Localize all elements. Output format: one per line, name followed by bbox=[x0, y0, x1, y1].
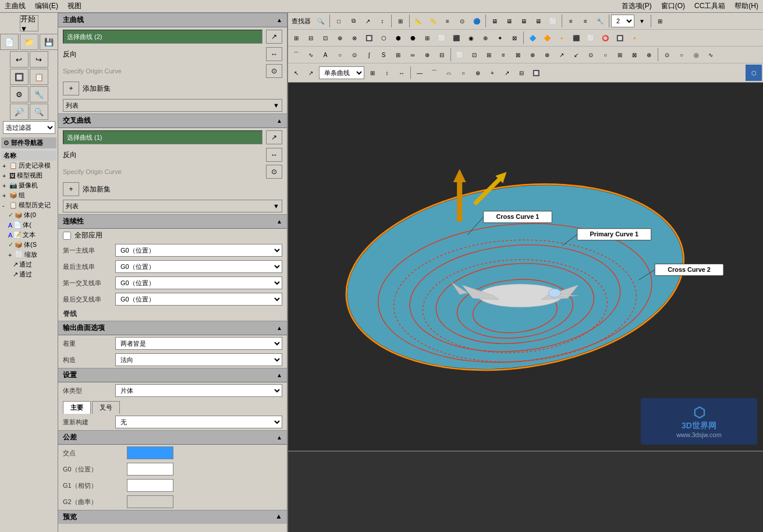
tb2-btn-19[interactable]: 🔸 bbox=[555, 31, 569, 45]
tb3-btn-18[interactable]: ⊗ bbox=[540, 48, 554, 62]
menu-edit[interactable]: 编辑(E) bbox=[33, 0, 61, 12]
tb3-btn-25[interactable]: ⊕ bbox=[642, 48, 656, 62]
output-section-header[interactable]: 输出曲面选项 ▲ bbox=[58, 321, 287, 335]
preview-section-header[interactable]: 预览 ▲ bbox=[58, 510, 287, 524]
tb4-btn-5[interactable]: ↔ bbox=[395, 66, 409, 80]
tree-item-model-view[interactable]: +🖼模型视图 bbox=[1, 171, 56, 180]
continuity-section-header[interactable]: 连续性 ▲ bbox=[58, 214, 287, 229]
rebuild-select[interactable]: 无 均匀 高级 bbox=[115, 416, 282, 428]
tb3-btn-16[interactable]: ⊠ bbox=[511, 48, 525, 62]
tb3-btn-13[interactable]: ⊡ bbox=[467, 48, 481, 62]
tb4-btn-11[interactable]: + bbox=[485, 66, 499, 80]
tb3-btn-17[interactable]: ⊕ bbox=[526, 48, 540, 62]
tb2-btn-10[interactable]: ⊞ bbox=[420, 31, 434, 45]
tab-primary[interactable]: 主要 bbox=[63, 401, 91, 414]
tb-btn-19[interactable]: ▼ bbox=[635, 14, 649, 28]
tb-btn-10[interactable]: 🔵 bbox=[470, 14, 484, 28]
main-curve-arrow[interactable]: ▲ bbox=[276, 17, 282, 23]
tb3-btn-14[interactable]: ⊞ bbox=[482, 48, 496, 62]
tool-btn-7[interactable]: 📋 bbox=[30, 69, 48, 85]
menu-cc-tools[interactable]: CC工具箱 bbox=[692, 0, 727, 12]
g0-input[interactable]: 0.0254 bbox=[127, 463, 173, 476]
tb2-btn-6[interactable]: 🔲 bbox=[362, 31, 376, 45]
curve-type-select[interactable]: 单条曲线 bbox=[319, 66, 364, 79]
settings-arrow[interactable]: ▲ bbox=[276, 372, 282, 378]
tool-btn-8[interactable]: ⚙ bbox=[10, 86, 29, 102]
tb3-btn-22[interactable]: ○ bbox=[598, 48, 612, 62]
first-cross-select[interactable]: G0（位置） bbox=[115, 276, 282, 289]
tb4-btn-12[interactable]: ↗ bbox=[500, 66, 514, 80]
main-curve-select-box[interactable]: 选择曲线 (2) bbox=[63, 30, 262, 44]
tb-btn-3[interactable]: ↗ bbox=[361, 14, 375, 28]
tb4-btn-8[interactable]: ⌓ bbox=[442, 66, 456, 80]
cross-curve-section-header[interactable]: 交叉曲线 ▲ bbox=[58, 114, 287, 128]
tb-btn-17[interactable]: ≡ bbox=[579, 14, 592, 28]
tb3-btn-12[interactable]: ⬜ bbox=[453, 48, 467, 62]
g1-input[interactable]: 0.5000 bbox=[127, 479, 173, 492]
tb-btn-11[interactable]: 🖥 bbox=[488, 14, 502, 28]
zoom-select[interactable]: 2 bbox=[611, 15, 634, 27]
cross-curve-select-btn[interactable]: ↗ bbox=[266, 130, 282, 144]
tb2-btn-15[interactable]: ✦ bbox=[493, 31, 507, 45]
tree-item-body2[interactable]: A📄体( bbox=[1, 220, 56, 230]
construction-select[interactable]: 法向 bbox=[115, 353, 282, 366]
viewport-canvas[interactable]: Cross Curve 1 Primary Curve 1 Cross Curv… bbox=[288, 83, 763, 451]
tree-item-model-history[interactable]: -📋模型历史记 bbox=[1, 200, 56, 210]
cross-curve-list-select[interactable]: 列表 ▼ bbox=[63, 200, 282, 212]
tool-btn-5[interactable]: ↪ bbox=[30, 51, 48, 68]
tb4-btn-3[interactable]: ⊞ bbox=[365, 66, 379, 80]
preview-arrow[interactable]: ▲ bbox=[275, 512, 282, 522]
tb3-btn-24[interactable]: ⊠ bbox=[627, 48, 641, 62]
tb3-btn-2[interactable]: ∿ bbox=[304, 48, 318, 62]
tolerance-arrow[interactable]: ▲ bbox=[276, 434, 282, 441]
tb2-btn-2[interactable]: ⊟ bbox=[304, 31, 318, 45]
tb2-btn-21[interactable]: ⬜ bbox=[584, 31, 598, 45]
menu-preferences[interactable]: 首选项(P) bbox=[619, 0, 654, 12]
tb2-btn-23[interactable]: 🔲 bbox=[613, 31, 627, 45]
cross-curve-select-box[interactable]: 选择曲线 (1) bbox=[63, 130, 262, 144]
tb2-btn-1[interactable]: ⊞ bbox=[289, 31, 303, 45]
tb2-btn-4[interactable]: ⊕ bbox=[333, 31, 347, 45]
tb-grid-btn[interactable]: ⊞ bbox=[653, 14, 667, 28]
tb4-btn-6[interactable]: — bbox=[413, 66, 427, 80]
main-curve-list-select[interactable]: 列表 ▼ bbox=[63, 99, 282, 112]
menu-main-curve[interactable]: 主曲线 bbox=[2, 0, 28, 12]
tool-btn-3[interactable]: 💾 bbox=[40, 34, 58, 50]
menu-help[interactable]: 帮助(H) bbox=[732, 0, 761, 12]
tree-item-through1[interactable]: ↗通过 bbox=[1, 260, 56, 269]
tb3-btn-4[interactable]: ○ bbox=[333, 48, 347, 62]
tb3-btn-28[interactable]: ◎ bbox=[689, 48, 703, 62]
main-curve-reverse-btn[interactable]: ↔ bbox=[266, 47, 282, 61]
tb2-btn-11[interactable]: ⬜ bbox=[435, 31, 449, 45]
tree-item-history[interactable]: +📋历史记录模 bbox=[1, 161, 56, 171]
tb3-btn-23[interactable]: ⊞ bbox=[613, 48, 627, 62]
tb2-btn-24[interactable]: 🔸 bbox=[627, 31, 641, 45]
tb-btn-12[interactable]: 🖥 bbox=[502, 14, 516, 28]
output-arrow[interactable]: ▲ bbox=[276, 325, 282, 331]
tb3-btn-27[interactable]: ○ bbox=[675, 48, 689, 62]
tb4-btn-10[interactable]: ⊕ bbox=[471, 66, 485, 80]
continuity-arrow[interactable]: ▲ bbox=[276, 218, 282, 225]
tb2-btn-14[interactable]: ⊕ bbox=[478, 31, 492, 45]
apply-all-checkbox[interactable] bbox=[63, 232, 71, 240]
tb2-btn-12[interactable]: ⬛ bbox=[449, 31, 463, 45]
tb3-btn-9[interactable]: ∞ bbox=[406, 48, 420, 62]
main-curve-add-btn[interactable]: + bbox=[63, 81, 79, 95]
intersection-input[interactable]: 0.0010 bbox=[127, 446, 173, 459]
tb-btn-7[interactable]: 📏 bbox=[426, 14, 440, 28]
tb-search[interactable]: 🔍 bbox=[314, 14, 328, 28]
tb3-btn-5[interactable]: ⊙ bbox=[347, 48, 361, 62]
tb-btn-18[interactable]: 🔧 bbox=[593, 14, 607, 28]
tb-btn-5[interactable]: ⊞ bbox=[393, 14, 407, 28]
tool-btn-4[interactable]: ↩ bbox=[10, 51, 29, 68]
tb2-btn-8[interactable]: ⬢ bbox=[391, 31, 405, 45]
cross-curve-reverse-btn[interactable]: ↔ bbox=[266, 148, 282, 162]
tb-btn-2[interactable]: ⧉ bbox=[346, 14, 360, 28]
tree-item-scale[interactable]: +⬜缩放 bbox=[1, 250, 56, 260]
first-main-select[interactable]: G0（位置） G1（切线） G2（曲率） bbox=[115, 244, 282, 257]
tb-btn-8[interactable]: ≡ bbox=[441, 14, 455, 28]
tree-item-text[interactable]: A📝文本 bbox=[1, 230, 56, 240]
main-curve-select-btn[interactable]: ↗ bbox=[266, 30, 282, 44]
settings-section-header[interactable]: 设置 ▲ bbox=[58, 368, 287, 382]
cross-curve-arrow[interactable]: ▲ bbox=[276, 118, 282, 124]
